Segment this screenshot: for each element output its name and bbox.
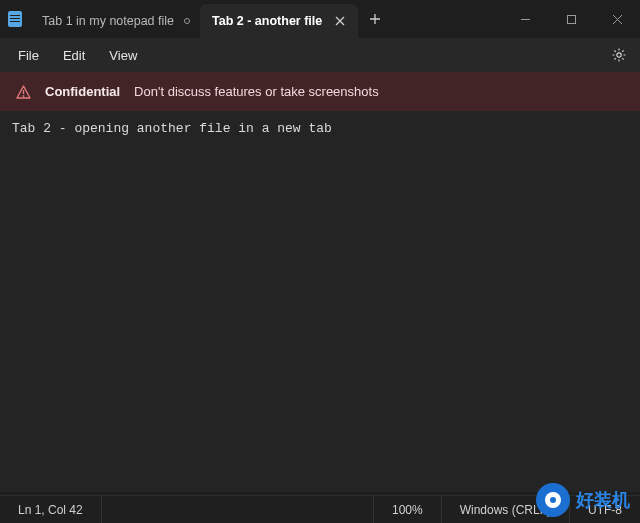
status-position[interactable]: Ln 1, Col 42	[0, 496, 102, 523]
tab-2[interactable]: Tab 2 - another file	[200, 4, 358, 38]
new-tab-button[interactable]	[358, 0, 392, 38]
modified-indicator-icon	[184, 18, 190, 24]
statusbar: Ln 1, Col 42 100% Windows (CRLF) UTF-8	[0, 495, 640, 523]
svg-point-1	[617, 53, 621, 57]
maximize-button[interactable]	[548, 0, 594, 38]
titlebar-drag-region	[392, 0, 502, 38]
titlebar: Tab 1 in my notepad file Tab 2 - another…	[0, 0, 640, 38]
status-spacer	[102, 496, 374, 523]
app-icon	[0, 0, 30, 38]
close-tab-icon[interactable]	[332, 13, 348, 29]
svg-rect-0	[567, 15, 575, 23]
minimize-button[interactable]	[502, 0, 548, 38]
close-window-button[interactable]	[594, 0, 640, 38]
gear-icon	[611, 47, 627, 63]
window-controls	[502, 0, 640, 38]
warning-icon	[16, 85, 31, 99]
tab-label: Tab 1 in my notepad file	[42, 14, 174, 28]
tab-label: Tab 2 - another file	[212, 14, 322, 28]
status-line-ending[interactable]: Windows (CRLF)	[442, 496, 570, 523]
banner-title: Confidential	[45, 84, 120, 99]
banner-message: Don't discuss features or take screensho…	[134, 84, 379, 99]
status-zoom[interactable]: 100%	[374, 496, 442, 523]
tabstrip: Tab 1 in my notepad file Tab 2 - another…	[30, 0, 358, 38]
status-encoding[interactable]: UTF-8	[570, 496, 640, 523]
menubar: File Edit View	[0, 38, 640, 72]
settings-button[interactable]	[604, 47, 634, 63]
tab-1[interactable]: Tab 1 in my notepad file	[30, 4, 200, 38]
notepad-icon	[8, 11, 22, 27]
editor-area[interactable]: Tab 2 - opening another file in a new ta…	[0, 111, 640, 492]
menu-edit[interactable]: Edit	[51, 42, 97, 69]
menu-file[interactable]: File	[6, 42, 51, 69]
menu-view[interactable]: View	[97, 42, 149, 69]
svg-point-3	[23, 95, 25, 97]
confidential-banner: Confidential Don't discuss features or t…	[0, 72, 640, 111]
